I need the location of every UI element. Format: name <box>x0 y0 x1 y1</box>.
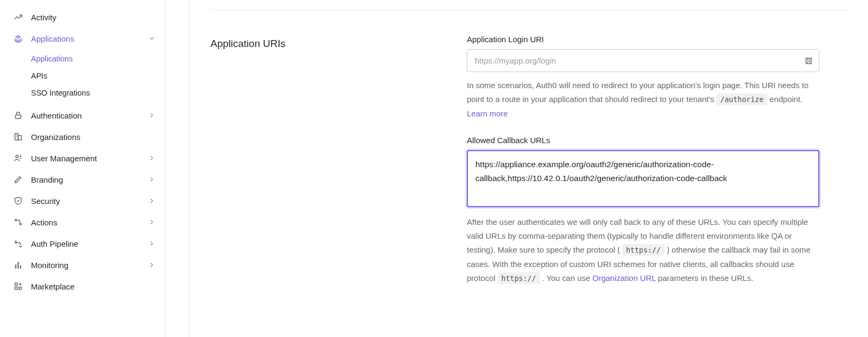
sidebar-item-monitoring[interactable]: Monitoring <box>0 254 165 276</box>
main-content: Application URIs Application Login URI I… <box>166 0 868 337</box>
sidebar-item-security[interactable]: Security <box>0 190 165 211</box>
svg-rect-2 <box>18 136 21 140</box>
svg-rect-12 <box>15 283 18 286</box>
sidebar-item-user-management[interactable]: User Management <box>0 147 165 169</box>
help-code: /authorize <box>716 93 767 105</box>
chevron-down-icon <box>148 35 155 42</box>
save-disk-icon <box>804 57 813 65</box>
chevron-right-icon <box>148 240 155 247</box>
help-text: . You can use <box>542 273 592 283</box>
help-code: https:// <box>498 272 540 284</box>
sidebar-item-label: Monitoring <box>31 261 68 270</box>
sidebar-item-label: Auth Pipeline <box>31 239 78 248</box>
sidebar-item-organizations[interactable]: Organizations <box>0 126 165 147</box>
brush-icon <box>13 174 24 185</box>
sidebar-subitem-applications[interactable]: Applications <box>0 50 165 67</box>
section-title: Application URIs <box>210 35 445 300</box>
callback-urls-textarea[interactable] <box>467 150 819 207</box>
help-text: parameters in these URLs. <box>658 273 753 283</box>
login-uri-field: Application Login URI In some scenarios,… <box>467 35 819 121</box>
section-body: Application Login URI In some scenarios,… <box>467 35 819 300</box>
grid-plus-icon <box>13 281 24 292</box>
organization-url-link[interactable]: Organization URL <box>592 273 656 283</box>
sidebar-item-label: Activity <box>31 13 57 22</box>
callback-urls-help: After the user authenticates we will onl… <box>467 215 819 285</box>
svg-rect-18 <box>807 58 810 59</box>
sidebar-item-label: Marketplace <box>31 282 75 291</box>
callback-urls-label: Allowed Callback URLs <box>467 136 819 145</box>
activity-icon <box>13 12 24 22</box>
svg-rect-17 <box>806 58 812 64</box>
help-code: https:// <box>622 244 664 256</box>
chevron-right-icon <box>148 218 155 226</box>
svg-rect-14 <box>19 287 22 290</box>
shield-icon <box>13 195 24 206</box>
users-icon <box>13 153 24 163</box>
sidebar-item-branding[interactable]: Branding <box>0 169 165 190</box>
svg-point-5 <box>16 155 19 158</box>
sidebar-subitem-apis[interactable]: APIs <box>0 67 165 84</box>
sidebar-item-label: Actions <box>31 218 57 227</box>
sidebar-item-marketplace[interactable]: Marketplace <box>0 276 165 297</box>
chevron-right-icon <box>148 197 155 205</box>
flow-icon <box>13 217 24 228</box>
vertical-divider <box>189 0 190 337</box>
sidebar-item-activity[interactable]: Activity <box>0 6 165 28</box>
svg-point-8 <box>20 223 21 225</box>
sidebar-item-label: Branding <box>31 175 63 184</box>
svg-rect-13 <box>15 287 18 290</box>
svg-point-6 <box>20 156 21 157</box>
sidebar-item-label: Organizations <box>31 132 81 142</box>
sidebar-item-applications[interactable]: Applications <box>0 28 165 49</box>
help-text: endpoint. <box>770 95 803 104</box>
application-uris-section: Application URIs Application Login URI I… <box>187 10 847 300</box>
chevron-right-icon <box>148 261 155 269</box>
sidebar: Activity Applications Applications APIs … <box>0 0 166 337</box>
pipeline-icon <box>13 238 24 249</box>
sidebar-item-authentication[interactable]: Authentication <box>0 105 165 126</box>
building-icon <box>13 131 24 142</box>
chevron-right-icon <box>148 112 155 119</box>
sidebar-item-label: Applications <box>31 34 74 43</box>
svg-rect-19 <box>807 61 810 64</box>
sidebar-subitem-sso-integrations[interactable]: SSO Integrations <box>0 84 165 101</box>
sidebar-item-actions[interactable]: Actions <box>0 211 165 233</box>
chevron-right-icon <box>148 154 155 162</box>
sidebar-item-label: Authentication <box>31 111 82 120</box>
login-uri-help: In some scenarios, Auth0 will need to re… <box>467 79 819 121</box>
callback-urls-field: Allowed Callback URLs After the user aut… <box>467 136 819 285</box>
bar-chart-icon <box>13 260 24 270</box>
svg-point-7 <box>15 220 17 221</box>
sidebar-item-auth-pipeline[interactable]: Auth Pipeline <box>0 233 165 254</box>
sidebar-item-label: User Management <box>31 154 97 163</box>
applications-icon <box>13 33 24 44</box>
chevron-right-icon <box>148 176 155 183</box>
login-uri-label: Application Login URI <box>467 35 819 44</box>
sidebar-item-label: Security <box>31 197 60 206</box>
lock-icon <box>13 110 24 121</box>
login-uri-input-wrap <box>467 49 819 72</box>
sidebar-subitems-applications: Applications APIs SSO Integrations <box>0 49 165 105</box>
svg-rect-0 <box>15 115 21 119</box>
login-uri-input[interactable] <box>467 49 819 72</box>
learn-more-link[interactable]: Learn more <box>467 109 508 118</box>
